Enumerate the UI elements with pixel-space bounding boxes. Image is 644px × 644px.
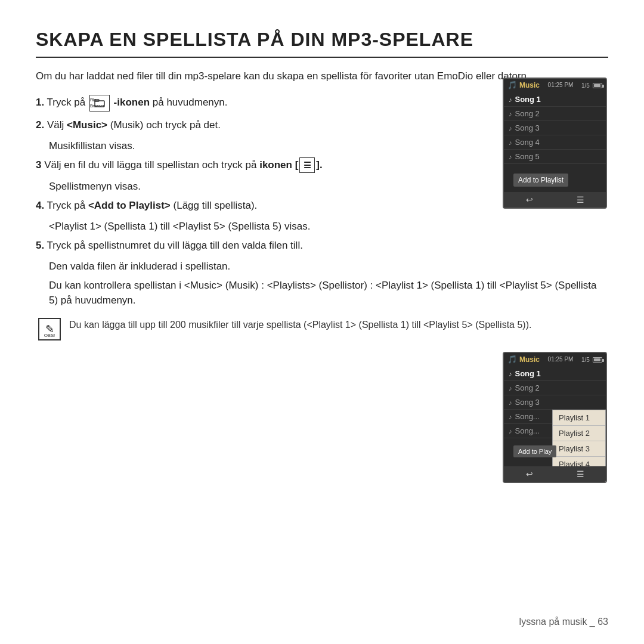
step-5-sub1: Den valda filen är inkluderad i spellist…	[49, 259, 608, 274]
song-item-4: ♪ Song 4	[504, 135, 606, 150]
page-title: SKAPA EN SPELLISTA PÅ DIN MP3-SPELARE	[36, 29, 608, 58]
screen1-title-icon: 🎵 Music	[507, 80, 540, 89]
step-5: 5. Tryck på spellistnumret du vill lägga…	[36, 238, 608, 253]
screen2-song-item-1: ♪ Song 1	[504, 367, 606, 381]
file-browser-label: File Browser	[90, 97, 109, 110]
screen2-body: ♪ Song 1 ♪ Song 2 ♪ Song 3 ♪ Song... ♪ S…	[504, 366, 606, 439]
note-icon-2: ♪	[509, 110, 512, 117]
menu-btn-1[interactable]: ☰	[577, 195, 584, 205]
song-name-5: Song 5	[515, 152, 540, 161]
step-3-num: 3	[36, 159, 41, 171]
battery-icon-1	[593, 83, 602, 88]
song-name-2: Song 2	[515, 109, 540, 118]
add-to-playlist-btn-1[interactable]: Add to Playlist	[513, 174, 568, 187]
step-5-sub2: Du kan kontrollera spellistan i <Music> …	[49, 278, 608, 308]
note-icon-5: ♪	[509, 153, 512, 160]
step-5-num: 5.	[36, 240, 44, 251]
note-icon-1: ♪	[509, 96, 512, 103]
song-item-5: ♪ Song 5	[504, 150, 606, 164]
note-icon-3: ♪	[509, 125, 512, 132]
screen2-song-name-2: Song 2	[515, 383, 540, 392]
screen2-note-1: ♪	[509, 370, 512, 377]
back-btn-2[interactable]: ↩	[526, 469, 533, 479]
screen1-header: 🎵 Music 01:25 PM 1/5	[504, 79, 606, 91]
screen2-song-item-2: ♪ Song 2	[504, 381, 606, 395]
screen1-time: 01:25 PM	[548, 82, 574, 88]
obs-icon: ✎ OBS!	[38, 318, 61, 340]
screen2-footer: ↩ ☰	[504, 466, 606, 482]
screen2-note-5: ♪	[509, 428, 512, 435]
menu-btn-2[interactable]: ☰	[577, 469, 584, 479]
song-item-1: ♪ Song 1	[504, 92, 606, 107]
song-item-3: ♪ Song 3	[504, 121, 606, 135]
obs-block: ✎ OBS! Du kan lägga till upp till 200 mu…	[36, 318, 608, 340]
screen1-song-list: ♪ Song 1 ♪ Song 2 ♪ Song 3 ♪ Song 4 ♪ So…	[504, 91, 606, 165]
battery-icon-2	[593, 357, 602, 363]
screen1-music-icon: 🎵	[507, 80, 517, 89]
step-1-bold: -ikonen	[114, 97, 150, 108]
obs-label-text: OBS!	[44, 333, 55, 338]
screen2-song-name-3: Song 3	[515, 398, 540, 407]
screen2-battery: 1/5	[581, 356, 602, 363]
device-screen-2: 🎵 Music 01:25 PM 1/5 ♪ Song 1 ♪ Song 2 ♪…	[503, 352, 607, 483]
screen1-battery: 1/5	[581, 82, 602, 89]
screen2-song-name-5: Song...	[515, 426, 540, 435]
screen1-counter: 1/5	[581, 82, 590, 89]
screen2-song-name-4: Song...	[515, 412, 540, 421]
back-btn-1[interactable]: ↩	[526, 195, 533, 205]
screen1-title: Music	[519, 81, 540, 89]
screen2-header: 🎵 Music 01:25 PM 1/5	[504, 353, 606, 366]
song-name-4: Song 4	[515, 138, 540, 147]
screen1-footer: ↩ ☰	[504, 192, 606, 208]
device-screen-1: 🎵 Music 01:25 PM 1/5 ♪ Song 1 ♪ Song 2 ♪…	[503, 78, 607, 209]
step-4-bold: <Add to Playlist>	[88, 200, 171, 211]
obs-text: Du kan lägga till upp till 200 musikfile…	[69, 318, 531, 332]
screen2-song-name-1: Song 1	[515, 369, 541, 378]
song-item-2: ♪ Song 2	[504, 107, 606, 121]
step-4-num: 4.	[36, 200, 44, 211]
menu-icon: ☰	[299, 157, 315, 173]
song-name-1: Song 1	[515, 95, 541, 104]
note-icon-4: ♪	[509, 139, 512, 146]
screen2-note-3: ♪	[509, 399, 512, 406]
step-3-bold: ikonen [☰].	[259, 159, 323, 171]
screen2-note-2: ♪	[509, 385, 512, 392]
screen2-song-item-3: ♪ Song 3	[504, 395, 606, 410]
file-browser-icon: File Browser	[89, 95, 110, 112]
playlist-item-1[interactable]: Playlist 1	[553, 410, 605, 426]
footer-page-number: lyssna på musik _ 63	[519, 617, 608, 627]
screen2-title: Music	[519, 355, 540, 364]
step-4-sub: <Playlist 1> (Spellista 1) till <Playlis…	[49, 219, 608, 234]
screen2-counter: 1/5	[581, 357, 590, 363]
screen2-music-icon: 🎵	[507, 355, 517, 364]
screen2-note-4: ♪	[509, 413, 512, 420]
song-name-3: Song 3	[515, 123, 540, 132]
step-2-num: 2.	[36, 119, 44, 131]
step-1-num: 1.	[36, 97, 44, 108]
add-to-playlist-btn-2[interactable]: Add to Play	[513, 445, 556, 457]
screen2-time: 01:25 PM	[548, 356, 574, 363]
screen2-title-icon: 🎵 Music	[507, 355, 540, 364]
step-2-bold: <Music>	[67, 119, 107, 131]
